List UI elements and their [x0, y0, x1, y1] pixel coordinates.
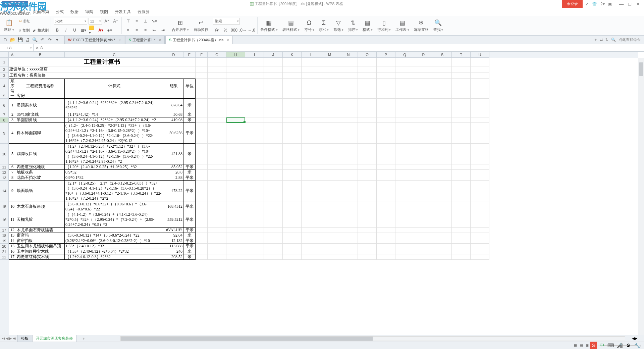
cell[interactable]	[226, 175, 245, 181]
cell[interactable]	[377, 66, 395, 72]
cell[interactable]	[226, 112, 245, 117]
cell[interactable]	[339, 228, 358, 233]
cell[interactable]	[302, 93, 320, 99]
cell[interactable]	[377, 201, 395, 212]
paste-button[interactable]: 📋 粘贴	[2, 17, 16, 34]
cell[interactable]: （1.2+2.4-0.12-0.3）*2*32	[65, 254, 164, 260]
menu-formulas[interactable]: 公式	[56, 9, 64, 15]
cell[interactable]	[377, 170, 395, 175]
cell[interactable]	[452, 181, 471, 201]
cell[interactable]	[377, 123, 395, 144]
cell[interactable]: 米	[183, 117, 196, 123]
cell[interactable]	[452, 66, 471, 72]
cell[interactable]: 平米	[183, 181, 196, 201]
doc-tab[interactable]: S工程量计算书（2004年度）.xls×	[165, 36, 233, 44]
hscroll-left-icon[interactable]: ◀	[632, 336, 635, 341]
cell[interactable]: (0.28*2.1*2+0.06*（3.6-0.3-0.12-0.28*2-2）…	[65, 238, 164, 244]
cell[interactable]	[433, 117, 452, 123]
cell[interactable]: （3.6-0.3-0.12）*14+（3.6-0.6*2-0.24）*22	[65, 233, 164, 238]
cell[interactable]: 工程名称：客房装修	[9, 72, 196, 79]
cell[interactable]	[433, 66, 452, 72]
cell[interactable]: （1.20*（2.40-0.12-0.25）+1.0*0.25）*32	[65, 164, 164, 170]
cell[interactable]	[471, 181, 489, 201]
cell[interactable]	[302, 112, 320, 117]
cell[interactable]	[245, 123, 264, 144]
cell[interactable]	[471, 58, 489, 66]
cell[interactable]	[245, 228, 264, 233]
vscroll-thumb[interactable]	[639, 62, 643, 76]
cell[interactable]	[302, 79, 320, 93]
fill-color-button[interactable]: 🟨▾	[89, 27, 96, 34]
cell[interactable]: 12	[9, 228, 16, 233]
cell[interactable]: 6	[9, 164, 16, 170]
cell[interactable]	[283, 99, 302, 112]
column-headers[interactable]: ABCDEFGHIJKLMNOPQRSTU	[9, 52, 638, 58]
cell[interactable]: 平米	[183, 123, 196, 144]
cell[interactable]	[283, 112, 302, 117]
cell[interactable]	[320, 117, 339, 123]
cell[interactable]	[339, 112, 358, 117]
select-all-corner[interactable]	[0, 52, 9, 58]
orientation-icon[interactable]: ⤡▾	[151, 18, 158, 24]
cell[interactable]: 平米	[183, 164, 196, 170]
cell[interactable]	[433, 123, 452, 144]
col-header[interactable]: G	[208, 52, 226, 58]
cell[interactable]	[65, 93, 164, 99]
cell[interactable]: 0.9*0.1*32	[65, 175, 164, 181]
cell[interactable]	[358, 79, 377, 93]
cell[interactable]: 1.55*（2.40-0.12）*32	[65, 244, 164, 249]
font-color-button[interactable]: A▾	[97, 27, 105, 34]
cell[interactable]	[208, 93, 226, 99]
cell[interactable]	[208, 72, 226, 79]
cell[interactable]	[414, 164, 433, 170]
cell[interactable]	[226, 201, 245, 212]
cell[interactable]	[245, 117, 264, 123]
cell[interactable]	[320, 238, 339, 244]
skin-icon[interactable]: 👕	[592, 2, 597, 6]
cell[interactable]	[320, 233, 339, 238]
cell[interactable]	[452, 212, 471, 228]
col-header[interactable]: L	[302, 52, 320, 58]
cell[interactable]	[471, 201, 489, 212]
cell[interactable]	[226, 254, 245, 260]
cell[interactable]: 墙面墙纸	[16, 181, 65, 201]
cell[interactable]	[395, 79, 414, 93]
row-header[interactable]: 5	[0, 93, 9, 99]
cell[interactable]	[414, 72, 433, 79]
cell[interactable]	[339, 244, 358, 249]
cell[interactable]: 5	[9, 144, 16, 164]
wrap-button[interactable]: ↩ 自动换行	[192, 17, 210, 34]
cell[interactable]	[471, 164, 489, 170]
cell[interactable]	[358, 181, 377, 201]
merge-button[interactable]: ⊞ 合并居中	[170, 17, 191, 34]
cell[interactable]	[302, 175, 320, 181]
cell[interactable]	[433, 181, 452, 201]
cell[interactable]	[339, 58, 358, 66]
cell[interactable]: 15	[9, 244, 16, 249]
row-header[interactable]: 17	[0, 228, 9, 233]
menu-cloud[interactable]: 云服务	[138, 9, 150, 15]
cell[interactable]	[302, 72, 320, 79]
menu-view[interactable]: 视图	[100, 9, 108, 15]
cell[interactable]	[414, 170, 433, 175]
cell[interactable]	[226, 99, 245, 112]
cell[interactable]	[471, 233, 489, 238]
cell[interactable]: 16	[9, 249, 16, 254]
cell[interactable]	[264, 170, 283, 175]
cell[interactable]	[433, 233, 452, 238]
currency-icon[interactable]: ¥▾	[213, 27, 220, 34]
cell[interactable]	[65, 228, 164, 233]
cell[interactable]: 榉木饰面踢脚	[16, 123, 65, 144]
cell[interactable]: 8	[9, 175, 16, 181]
cell[interactable]	[264, 254, 283, 260]
cell[interactable]	[208, 170, 226, 175]
indent-right-icon[interactable]: ⇥	[159, 27, 167, 34]
copy-label[interactable]: 复制	[22, 28, 30, 33]
cell[interactable]	[264, 238, 283, 244]
cell[interactable]: 421.88	[164, 144, 183, 164]
cell[interactable]	[395, 201, 414, 212]
cell[interactable]	[414, 233, 433, 238]
cell[interactable]	[283, 228, 302, 233]
cell[interactable]	[320, 99, 339, 112]
cell[interactable]	[164, 93, 183, 99]
